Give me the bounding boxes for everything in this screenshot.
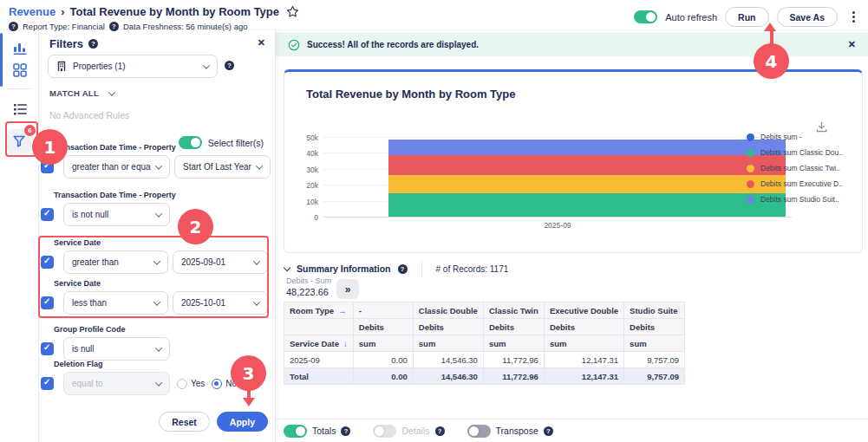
toggle-knob [375, 426, 384, 436]
transpose-toggle[interactable] [467, 425, 491, 438]
operator-select[interactable]: equal to [63, 372, 170, 395]
column-header[interactable]: - [353, 302, 413, 319]
bar-segment[interactable] [388, 155, 786, 174]
aggregation-header: sum [544, 335, 623, 352]
operator-value: is null [72, 344, 95, 354]
record-count-label: # of Records: 1171 [436, 264, 509, 274]
value-select[interactable]: Start Of Last Year [174, 155, 271, 179]
filter-checkbox[interactable] [41, 208, 54, 221]
header-left: Revenue Total Revenue by Month by Room T… [9, 3, 299, 31]
table-view-icon[interactable] [0, 59, 39, 81]
expand-metrics-button[interactable] [336, 279, 359, 299]
sidebar-divider [7, 88, 32, 89]
measure-header: Debits [353, 319, 413, 335]
match-all-dropdown[interactable]: MATCH ALL [49, 88, 114, 98]
icon-sidebar: 6 [0, 30, 39, 442]
properties-help-icon[interactable] [225, 61, 234, 70]
annotation-step-4: 4 [754, 43, 789, 79]
table-row: 2025-090.0014,546.3011,772.9612,147.319,… [284, 352, 685, 368]
value-cell: 0.00 [353, 352, 413, 368]
report-type-help-icon[interactable] [9, 22, 18, 31]
value-cell: 14,546.30 [413, 368, 483, 385]
page-title: Total Revenue by Month by Room Type [70, 5, 279, 18]
radio-no[interactable] [212, 379, 222, 389]
column-header[interactable]: Studio Suite [624, 302, 685, 319]
bar-segment[interactable] [388, 193, 786, 217]
details-toggle[interactable] [373, 425, 396, 438]
column-dim-header[interactable]: Room Type [284, 302, 354, 319]
kebab-menu-icon[interactable] [847, 11, 859, 23]
aggregation-header: sum [413, 335, 483, 352]
legend-label: Debits sum - [760, 133, 802, 141]
bar-segment[interactable] [388, 140, 786, 155]
auto-refresh-label: Auto refresh [665, 12, 717, 23]
radio-yes[interactable] [177, 379, 187, 389]
filters-help-icon[interactable] [88, 39, 98, 49]
value-cell: 9,757.09 [624, 368, 685, 385]
favorite-star-icon[interactable] [286, 5, 299, 18]
apply-button[interactable]: Apply [217, 412, 268, 432]
filter-field-label: Group Profile Code [54, 325, 268, 334]
chart-view-icon[interactable] [0, 36, 39, 59]
reset-button[interactable]: Reset [159, 412, 210, 432]
aggregation-header: sum [353, 335, 413, 352]
details-help-icon[interactable] [435, 426, 445, 436]
measure-header: Debits [483, 319, 544, 335]
toggle-knob [646, 12, 656, 22]
column-header[interactable]: Classic Twin [483, 302, 544, 319]
run-button[interactable]: Run [725, 7, 768, 27]
value-cell: 11,772.96 [483, 368, 544, 385]
chevron-down-icon [108, 88, 115, 95]
operator-select[interactable]: is not null [63, 203, 170, 226]
breadcrumb-revenue-link[interactable]: Revenue [9, 5, 55, 18]
operator-select[interactable]: greater than or equal to [63, 155, 170, 179]
summary-help-icon[interactable] [398, 264, 408, 274]
pivot-table: Room Type-Classic DoubleClassic TwinExec… [284, 302, 685, 385]
close-panel-icon[interactable] [258, 37, 265, 49]
totals-help-icon[interactable] [341, 426, 350, 436]
collapse-chevron-icon[interactable] [284, 263, 290, 270]
legend-item[interactable]: Debits sum - [747, 133, 843, 141]
breadcrumb: Revenue Total Revenue by Month by Room T… [9, 3, 299, 19]
details-label: Details [401, 426, 429, 436]
stacked-bar [388, 140, 786, 217]
match-all-label: MATCH ALL [49, 88, 99, 98]
metric-label: Debits - Sum [286, 276, 331, 285]
legend-item[interactable]: Debits sum Classic Twi.. [747, 164, 843, 172]
legend-label: Debits sum Studio Suit.. [760, 195, 839, 204]
gridline [323, 137, 792, 138]
y-tick-label: 40k [306, 149, 318, 158]
operator-select[interactable]: is null [63, 337, 170, 361]
check-circle-icon [288, 39, 300, 51]
column-header[interactable]: Executive Double [544, 302, 623, 319]
column-header[interactable]: Classic Double [413, 302, 483, 319]
totals-toggle[interactable] [284, 425, 307, 438]
legend-item[interactable]: Debits sum Executive D.. [747, 179, 843, 188]
filter-checkbox[interactable] [41, 342, 54, 355]
legend-item[interactable]: Debits sum Studio Suit.. [747, 195, 843, 204]
legend-dot-icon [747, 133, 754, 141]
value-cell: 9,757.09 [624, 352, 685, 368]
auto-refresh-toggle[interactable] [634, 10, 657, 23]
legend-label: Debits sum Classic Dou.. [760, 148, 843, 157]
legend-item[interactable]: Debits sum Classic Dou.. [747, 148, 843, 157]
filter-value: Start Of Last Year [183, 162, 251, 172]
bar-segment[interactable] [388, 175, 786, 194]
sort-arrow-down-icon [339, 339, 348, 348]
row-dim-header[interactable]: Service Date [284, 335, 354, 352]
filters-title: Filters [49, 37, 83, 50]
data-freshness-help-icon[interactable] [109, 22, 119, 31]
dismiss-alert-icon[interactable] [848, 39, 856, 50]
aggregation-header: sum [624, 335, 685, 352]
properties-select[interactable]: Properties (1) [48, 55, 218, 78]
summary-section-label[interactable]: Summary Information [297, 263, 391, 274]
legend-dot-icon [747, 165, 754, 172]
filter-checkbox[interactable] [41, 377, 54, 390]
list-view-icon[interactable] [0, 98, 39, 120]
value-cell: 12,147.31 [544, 352, 623, 368]
filter-field-label: Transaction Date Time - Property [54, 191, 268, 199]
main-content: Success! All of the records are displaye… [276, 30, 868, 442]
transpose-help-icon[interactable] [544, 426, 553, 436]
save-as-button[interactable]: Save As [777, 7, 838, 27]
plot-area [323, 137, 792, 217]
